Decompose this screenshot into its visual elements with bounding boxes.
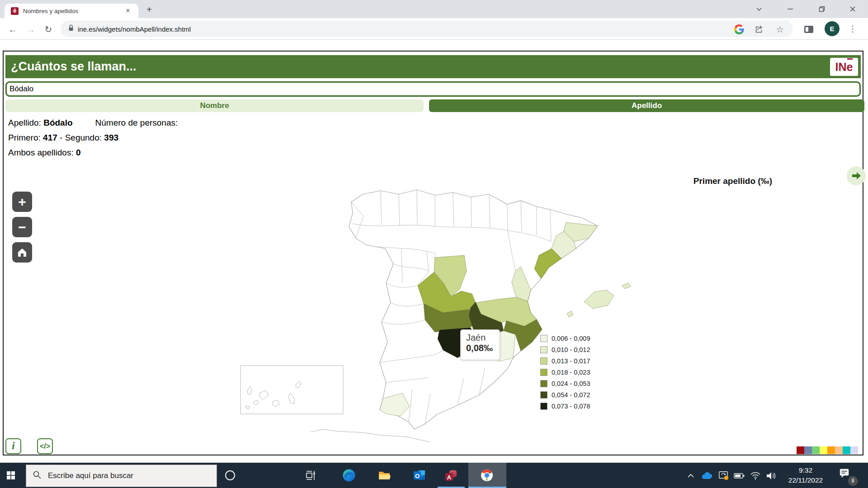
file-explorer-icon[interactable]: [377, 469, 391, 482]
legend-swatch: [540, 391, 547, 399]
legend-row: 0,054 - 0,072: [540, 389, 590, 400]
clock-date: 22/11/2022: [781, 475, 830, 485]
result-line-3: Ambos apellidos: 0: [8, 148, 81, 158]
window-close-button[interactable]: [846, 4, 859, 14]
legend-swatch: [540, 369, 547, 376]
window-minimize-button[interactable]: [783, 4, 797, 14]
url-text: ine.es/widgets/nombApell/index.shtml: [78, 25, 191, 33]
window-chevron-icon[interactable]: [752, 4, 766, 14]
search-placeholder-text: Escribe aquí para buscar: [48, 471, 133, 480]
taskbar-search-box[interactable]: Escribe aquí para buscar: [26, 465, 217, 487]
next-map-arrow-button[interactable]: [847, 166, 866, 185]
screen: ē Nombres y apellidos ✕ + ← → ↻ ine.es/w…: [0, 0, 868, 488]
info-button[interactable]: i: [5, 438, 21, 454]
google-g-icon[interactable]: [733, 23, 745, 35]
tab-nombre[interactable]: Nombre: [5, 99, 424, 112]
result-line-2: Primero: 417 - Segundo: 393: [8, 133, 118, 143]
legend-row: 0,010 - 0,012: [540, 344, 590, 355]
map-legend: 0,006 - 0,009 0,010 - 0,012 0,013 - 0,01…: [540, 333, 590, 412]
volume-icon[interactable]: [766, 470, 777, 481]
ine-widget: ¿Cuántos se llaman... INe Nombre Apellid…: [3, 51, 863, 455]
map-province-ibiza[interactable]: [567, 311, 573, 317]
legend-swatch: [540, 380, 547, 387]
profile-avatar[interactable]: E: [825, 21, 840, 36]
map-title: Primer apellido (‰): [637, 176, 772, 186]
project-sync-icon[interactable]: [718, 470, 729, 481]
window-restore-button[interactable]: [815, 4, 829, 14]
africa-coastline: [311, 429, 430, 442]
browser-tab[interactable]: ē Nombres y apellidos ✕: [5, 4, 138, 18]
legend-swatch: [540, 403, 547, 410]
map-home-button[interactable]: [12, 242, 32, 263]
strip-color: [843, 446, 850, 454]
notification-badge: 8: [848, 476, 858, 486]
cortana-icon[interactable]: [225, 470, 235, 480]
svg-text:O: O: [415, 473, 420, 479]
ine-logo: INe: [830, 58, 858, 76]
canary-inset: [241, 366, 343, 414]
onedrive-icon[interactable]: [701, 470, 712, 481]
clock-time: 9:32: [781, 465, 830, 475]
strip-color: [804, 446, 812, 454]
back-button[interactable]: ←: [6, 23, 19, 36]
start-button[interactable]: [0, 463, 22, 488]
tab-close-icon[interactable]: ✕: [124, 7, 132, 15]
ine-favicon-icon: ē: [11, 7, 19, 15]
tooltip-value: 0,08‰: [466, 343, 500, 353]
legend-swatch: [540, 346, 547, 353]
new-tab-button[interactable]: +: [144, 5, 155, 15]
strip-color: [835, 446, 843, 454]
lock-icon: [68, 24, 74, 33]
bookmark-star-icon[interactable]: ☆: [774, 23, 786, 35]
strip-color: [812, 446, 820, 454]
legend-swatch: [540, 357, 547, 365]
reload-button[interactable]: ↻: [42, 23, 55, 36]
tooltip-region: Jaén: [466, 333, 500, 343]
strip-color: [820, 446, 827, 454]
legend-row: 0,006 - 0,009: [540, 333, 590, 344]
tab-apellido[interactable]: Apellido: [429, 99, 864, 112]
strip-color: [850, 446, 858, 454]
embed-code-button[interactable]: </>: [37, 438, 53, 454]
map-province-mallorca[interactable]: [584, 290, 614, 309]
map-province-menorca[interactable]: [622, 283, 631, 289]
name-search-input[interactable]: [5, 81, 861, 97]
map-zoom-in-button[interactable]: +: [12, 192, 32, 212]
url-bar[interactable]: ine.es/widgets/nombApell/index.shtml: [61, 21, 793, 37]
legend-row: 0,024 - 0,053: [540, 378, 590, 389]
legend-row: 0,073 - 0,078: [540, 400, 590, 412]
taskbar-clock[interactable]: 9:32 22/11/2022: [781, 465, 830, 485]
search-icon: [33, 470, 42, 481]
forward-button[interactable]: →: [24, 23, 37, 36]
tab-title: Nombres y apellidos: [23, 8, 109, 14]
chrome-icon[interactable]: [480, 469, 494, 482]
task-view-icon[interactable]: [304, 469, 318, 482]
browser-menu-icon[interactable]: ⋮: [848, 23, 857, 35]
access-icon[interactable]: A: [444, 469, 458, 482]
map-zoom-out-button[interactable]: −: [12, 217, 32, 237]
battery-icon[interactable]: [734, 470, 745, 481]
result-line-1: Apellido: BódaloNúmero de personas:: [8, 118, 178, 128]
legend-swatch: [540, 335, 547, 342]
share-icon[interactable]: [753, 23, 765, 35]
browser-titlebar: ē Nombres y apellidos ✕ +: [0, 0, 868, 18]
tray-chevron-icon[interactable]: [685, 470, 696, 481]
svg-text:A: A: [447, 474, 452, 481]
legend-row: 0,018 - 0,023: [540, 366, 590, 378]
notification-center-icon[interactable]: [839, 468, 850, 479]
side-panel-icon[interactable]: [803, 23, 815, 35]
windows-taskbar: Escribe aquí para buscar: [0, 463, 868, 488]
map-tooltip: Jaén 0,08‰: [460, 329, 500, 360]
edge-icon[interactable]: [342, 469, 356, 482]
strip-color: [827, 446, 835, 454]
widget-header: ¿Cuántos se llaman... INe: [5, 55, 861, 78]
wifi-icon[interactable]: [750, 470, 761, 481]
legend-row: 0,013 - 0,017: [540, 355, 590, 366]
strip-color: [797, 446, 804, 454]
ine-color-strip: [797, 446, 858, 454]
page-title: ¿Cuántos se llaman...: [11, 60, 137, 73]
outlook-icon[interactable]: O: [413, 469, 426, 482]
